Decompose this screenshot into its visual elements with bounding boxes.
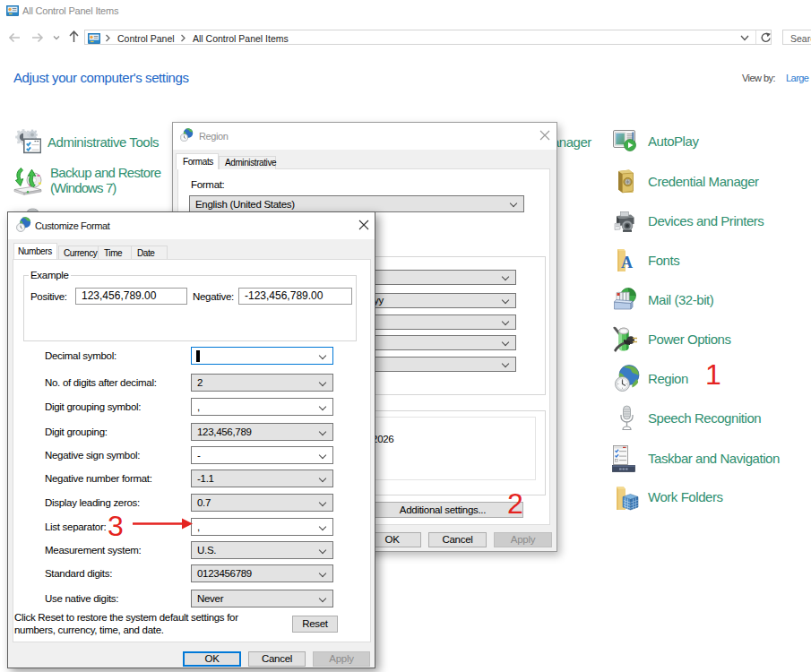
svg-text:A: A xyxy=(621,254,633,271)
